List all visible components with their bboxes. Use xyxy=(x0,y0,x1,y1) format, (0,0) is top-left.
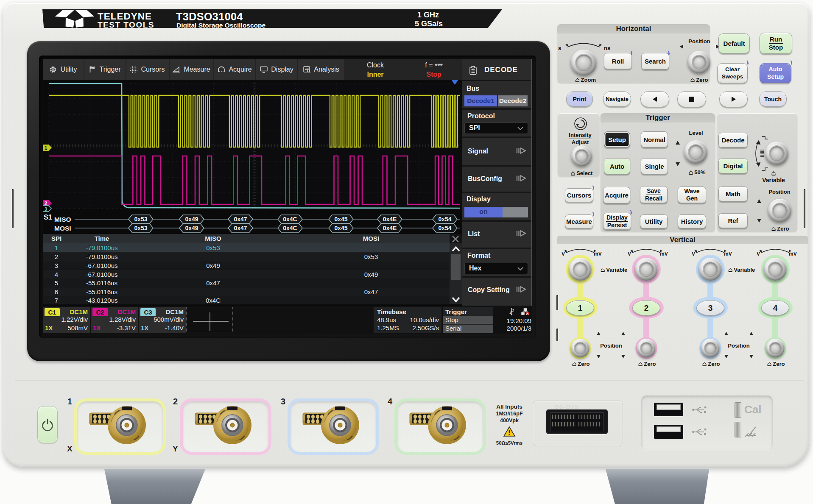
svg-text:S1: S1 xyxy=(44,214,52,221)
svg-text:0x4E: 0x4E xyxy=(383,216,397,223)
svg-text:0x54: 0x54 xyxy=(438,216,451,223)
svg-text:0x47: 0x47 xyxy=(234,225,247,231)
svg-text:0x53: 0x53 xyxy=(134,216,147,223)
svg-text:0x49: 0x49 xyxy=(185,216,198,223)
svg-text:0x4C: 0x4C xyxy=(283,216,297,223)
svg-text:0x45: 0x45 xyxy=(334,225,347,231)
svg-text:MISO: MISO xyxy=(54,216,71,223)
svg-text:0x53: 0x53 xyxy=(134,225,147,231)
svg-text:0x4E: 0x4E xyxy=(383,225,397,231)
svg-text:0x49: 0x49 xyxy=(185,225,198,231)
svg-text:3: 3 xyxy=(45,206,47,212)
svg-text:0x54: 0x54 xyxy=(438,225,451,231)
svg-text:0x45: 0x45 xyxy=(334,216,347,223)
svg-text:0x47: 0x47 xyxy=(234,216,247,223)
svg-text:0x4C: 0x4C xyxy=(283,225,297,231)
svg-text:1: 1 xyxy=(45,145,47,151)
svg-text:MOSI: MOSI xyxy=(54,225,71,232)
